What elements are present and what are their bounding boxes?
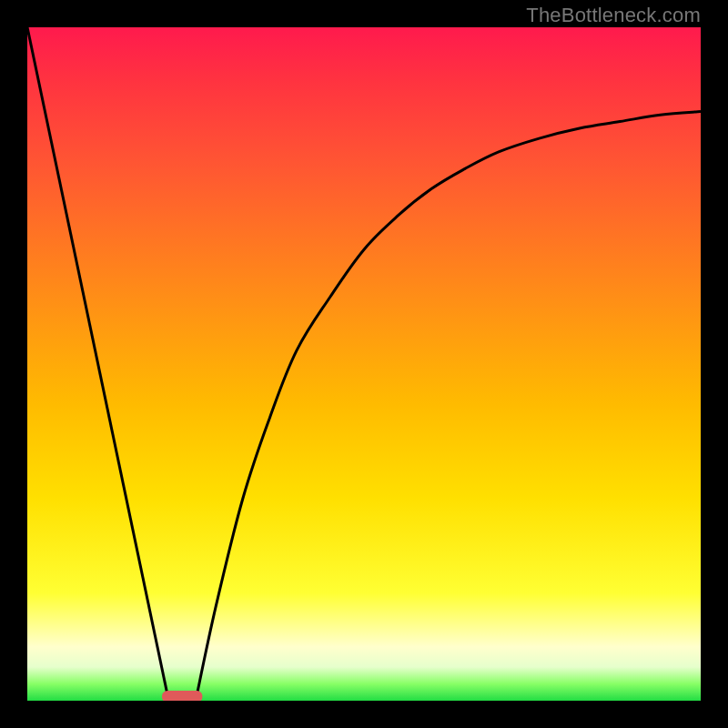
plot-area xyxy=(27,27,701,701)
min-marker xyxy=(162,691,202,701)
series-group xyxy=(27,27,701,701)
brand-watermark: TheBottleneck.com xyxy=(526,4,701,27)
chart-frame: TheBottleneck.com xyxy=(0,0,728,728)
right-curve-path xyxy=(196,112,701,702)
chart-svg xyxy=(27,27,701,701)
left-slope-path xyxy=(27,27,168,701)
